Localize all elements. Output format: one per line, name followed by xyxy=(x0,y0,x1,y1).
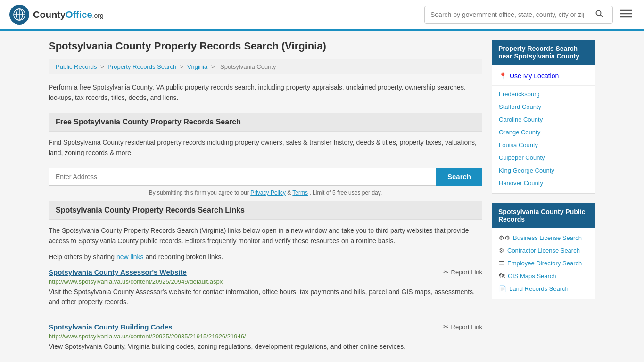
record-url: http://www.spotsylvania.va.us/content/20… xyxy=(49,278,482,285)
logo-text: CountyOffice.org xyxy=(33,9,104,20)
terms-link[interactable]: Terms xyxy=(292,189,308,196)
sidebar-item-louisa-county[interactable]: Louisa County xyxy=(492,139,595,151)
search-button[interactable]: Search xyxy=(436,168,482,186)
sidebar-nearby-body: 📍 Use My Location Fredericksburg Staffor… xyxy=(492,65,595,194)
record-title[interactable]: Spotsylvania County Building Codes xyxy=(49,323,173,331)
record-header: Spotsylvania County Assessor's Website ✂… xyxy=(49,268,482,276)
main-content: Spotsylvania County Property Records Sea… xyxy=(49,40,482,362)
sidebar-item-stafford-county[interactable]: Stafford County xyxy=(492,100,595,113)
record-desc: Visit the Spotsylvania County Assessor's… xyxy=(49,287,482,307)
page-container: Spotsylvania County Property Records Sea… xyxy=(39,31,605,362)
breadcrumb-property-records-search[interactable]: Property Records Search xyxy=(107,63,176,70)
record-item: Spotsylvania County Assessor's Website ✂… xyxy=(49,268,482,312)
menu-icon[interactable] xyxy=(618,6,635,24)
share-links-text: Help others by sharing new links and rep… xyxy=(49,252,482,262)
address-search-form: Search xyxy=(49,168,482,186)
land-records-search-link[interactable]: Land Records Search xyxy=(509,285,569,292)
business-license-search-link[interactable]: Business License Search xyxy=(513,234,582,241)
sidebar-item-contractor-license-search[interactable]: ⚙ Contractor License Search xyxy=(492,244,595,257)
free-search-area: Find Spotsylvania County residential pro… xyxy=(49,137,482,201)
sidebar-item-gis-maps-search[interactable]: 🗺 GIS Maps Search xyxy=(492,270,595,282)
report-link-button[interactable]: ✂ Report Link xyxy=(443,268,482,276)
svg-line-6 xyxy=(601,15,603,17)
sidebar-public-records-section: Spotsylvania County Public Records ⚙⚙ Bu… xyxy=(492,203,595,299)
logo-icon xyxy=(9,5,29,25)
sidebar-item-hanover-county[interactable]: Hanover County xyxy=(492,177,595,189)
gis-maps-search-link[interactable]: GIS Maps Search xyxy=(508,272,556,280)
form-disclaimer: By submitting this form you agree to our… xyxy=(49,189,482,196)
sidebar-item-land-records-search[interactable]: 📄 Land Records Search xyxy=(492,282,595,295)
use-my-location-link[interactable]: Use My Location xyxy=(510,72,559,80)
breadcrumb-current: Spotsylvania County xyxy=(220,63,276,70)
breadcrumb-public-records[interactable]: Public Records xyxy=(56,63,97,70)
record-title[interactable]: Spotsylvania County Assessor's Website xyxy=(49,268,187,276)
page-title: Spotsylvania County Property Records Sea… xyxy=(49,40,482,52)
land-icon: 📄 xyxy=(499,285,506,292)
sidebar-item-caroline-county[interactable]: Caroline County xyxy=(492,113,595,126)
sidebar-item-orange-county[interactable]: Orange County xyxy=(492,126,595,139)
sidebar: Property Records Search near Spotsylvani… xyxy=(492,40,595,362)
sidebar-item-culpeper-county[interactable]: Culpeper County xyxy=(492,151,595,164)
breadcrumb: Public Records > Property Records Search… xyxy=(49,59,482,74)
links-section-body: The Spotsylvania County Property Records… xyxy=(49,225,482,356)
sidebar-divider xyxy=(492,85,595,86)
sidebar-item-use-my-location[interactable]: 📍 Use My Location xyxy=(492,68,595,83)
report-icon: ✂ xyxy=(443,268,449,276)
sidebar-nearby-section: Property Records Search near Spotsylvani… xyxy=(492,40,595,194)
links-description: The Spotsylvania County Property Records… xyxy=(49,225,482,247)
map-icon: 🗺 xyxy=(499,272,505,280)
gear-icon: ⚙ xyxy=(499,247,504,254)
report-link-button[interactable]: ✂ Report Link xyxy=(443,323,482,330)
record-item: Spotsylvania County Building Codes ✂ Rep… xyxy=(49,323,482,356)
gear-icon: ⚙⚙ xyxy=(499,234,510,241)
record-header: Spotsylvania County Building Codes ✂ Rep… xyxy=(49,323,482,331)
privacy-policy-link[interactable]: Privacy Policy xyxy=(250,189,286,196)
free-search-description: Find Spotsylvania County residential pro… xyxy=(49,137,482,158)
sidebar-public-records-body: ⚙⚙ Business License Search ⚙ Contractor … xyxy=(492,228,595,299)
sidebar-item-fredericksburg[interactable]: Fredericksburg xyxy=(492,88,595,100)
new-links-link[interactable]: new links xyxy=(116,253,144,261)
list-icon: ☰ xyxy=(499,260,504,267)
free-search-heading: Free Spotsylvania County Property Record… xyxy=(49,113,482,132)
sidebar-public-records-header: Spotsylvania County Public Records xyxy=(492,203,595,228)
contractor-license-search-link[interactable]: Contractor License Search xyxy=(507,247,580,254)
employee-directory-search-link[interactable]: Employee Directory Search xyxy=(507,260,582,267)
record-desc: View Spotsylvania County, Virginia build… xyxy=(49,342,482,352)
header-search-bar[interactable] xyxy=(424,6,613,24)
header-search-input[interactable] xyxy=(425,7,590,22)
page-description: Perform a free Spotsylvania County, VA p… xyxy=(49,82,482,103)
links-section-heading: Spotsylvania County Property Records Sea… xyxy=(49,201,482,220)
sidebar-item-business-license-search[interactable]: ⚙⚙ Business License Search xyxy=(492,231,595,244)
logo-area[interactable]: CountyOffice.org xyxy=(9,5,104,25)
report-icon: ✂ xyxy=(443,323,449,330)
sidebar-item-king-george-county[interactable]: King George County xyxy=(492,164,595,177)
location-dot-icon: 📍 xyxy=(499,72,507,80)
site-header: CountyOffice.org xyxy=(0,0,644,31)
header-search-button[interactable] xyxy=(590,6,609,23)
header-right xyxy=(424,6,635,24)
sidebar-item-employee-directory-search[interactable]: ☰ Employee Directory Search xyxy=(492,257,595,270)
address-input[interactable] xyxy=(49,168,436,186)
sidebar-nearby-header: Property Records Search near Spotsylvani… xyxy=(492,40,595,65)
record-url: http://www.spotsylvania.va.us/content/20… xyxy=(49,333,482,340)
breadcrumb-virginia[interactable]: Virginia xyxy=(187,63,207,70)
